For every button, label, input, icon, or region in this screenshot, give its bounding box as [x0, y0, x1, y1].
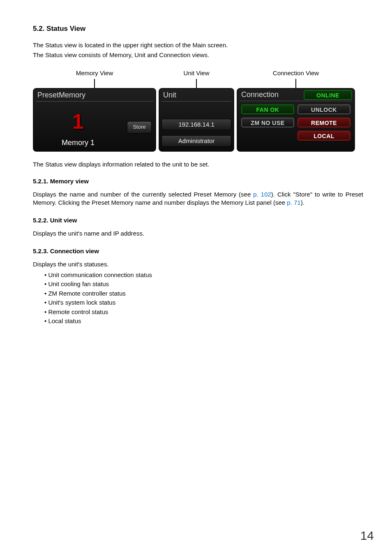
- heading-memory-view: 5.2.1. Memory view: [33, 178, 363, 185]
- unit-panel: Unit 192.168.14.1 Administrator: [159, 88, 234, 152]
- list-item: Local status: [44, 317, 363, 326]
- status-spacer: [241, 131, 294, 141]
- status-zm: ZM NO USE: [241, 118, 294, 127]
- callout-connection-view: Connection View: [273, 69, 319, 76]
- list-item: Remote control status: [44, 308, 363, 317]
- callout-memory-view: Memory View: [76, 69, 113, 76]
- list-item: Unit cooling fan status: [44, 280, 363, 289]
- status-remote: REMOTE: [297, 118, 350, 127]
- callout-line: [196, 79, 197, 88]
- section-number: 5.2.: [33, 25, 44, 32]
- unit-ip-field: 192.168.14.1: [161, 119, 231, 130]
- text-fragment: ).: [301, 199, 304, 206]
- heading-connection-view: 5.2.3. Connection view: [33, 247, 363, 254]
- unit-header: Unit: [161, 90, 231, 102]
- store-button[interactable]: Store: [127, 121, 152, 134]
- link-p71[interactable]: p. 71: [287, 199, 300, 206]
- section-heading: 5.2. Status View: [33, 25, 363, 33]
- connection-header: Connection: [240, 90, 304, 99]
- list-item: Unit communication connection status: [44, 271, 363, 280]
- connection-view-intro: Displays the unit's statuses.: [33, 260, 363, 268]
- unit-role-field: Administrator: [161, 135, 231, 147]
- status-fan: FAN OK: [241, 104, 294, 114]
- heading-unit-view: 5.2.2. Unit view: [33, 217, 363, 224]
- list-item: ZM Remote controller status: [44, 289, 363, 298]
- unit-view-text: Displays the unit's name and IP address.: [33, 229, 363, 238]
- preset-name[interactable]: Memory 1: [36, 139, 120, 147]
- memory-view-text: Displays the name and number of the curr…: [33, 190, 363, 207]
- intro-line-1: The Status view is located in the upper …: [33, 41, 363, 49]
- callout-unit-view: Unit View: [183, 69, 209, 76]
- list-item: Unit's system lock status: [44, 298, 363, 308]
- preset-number[interactable]: 1: [36, 110, 120, 134]
- status-local: LOCAL: [297, 131, 350, 141]
- connection-status-list: Unit communication connection status Uni…: [33, 271, 363, 326]
- status-online: ONLINE: [304, 90, 352, 100]
- post-figure-text: The Status view displays information rel…: [33, 161, 363, 168]
- status-unlock: UNLOCK: [297, 104, 350, 114]
- callout-line: [295, 79, 296, 88]
- preset-memory-header: PresetMemory: [36, 90, 153, 102]
- figure-callouts: Memory View Unit View Connection View: [33, 69, 363, 88]
- connection-panel: Connection ONLINE FAN OK UNLOCK ZM NO US…: [237, 88, 355, 152]
- callout-line: [94, 79, 95, 88]
- page-number: 14: [360, 529, 374, 543]
- status-view-figure: PresetMemory 1 Memory 1 Store Unit 192.1…: [33, 88, 363, 152]
- section-title: Status View: [46, 25, 85, 32]
- preset-memory-panel: PresetMemory 1 Memory 1 Store: [33, 88, 156, 152]
- text-fragment: Displays the name and number of the curr…: [33, 191, 253, 198]
- link-p102[interactable]: p. 102: [253, 191, 271, 198]
- intro-line-2: The Status view consists of Memory, Unit…: [33, 51, 363, 59]
